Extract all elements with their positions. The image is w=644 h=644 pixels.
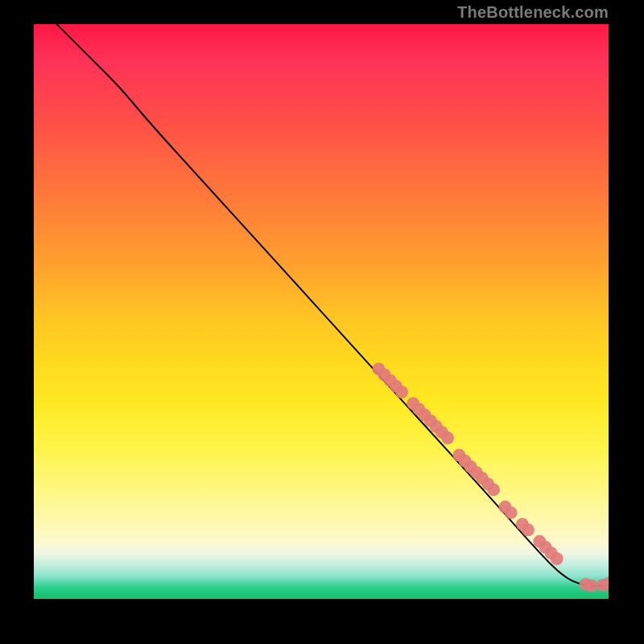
data-marker <box>505 506 518 519</box>
data-marker <box>441 431 454 444</box>
data-marker <box>522 523 535 536</box>
data-marker <box>551 552 564 565</box>
bottleneck-curve <box>57 24 609 586</box>
data-marker <box>585 580 598 592</box>
data-markers <box>372 362 609 592</box>
attribution-text: TheBottleneck.com <box>457 3 609 22</box>
data-marker <box>487 483 500 496</box>
chart-svg <box>34 24 609 599</box>
data-marker <box>395 386 408 398</box>
chart-plot-area <box>34 24 609 599</box>
